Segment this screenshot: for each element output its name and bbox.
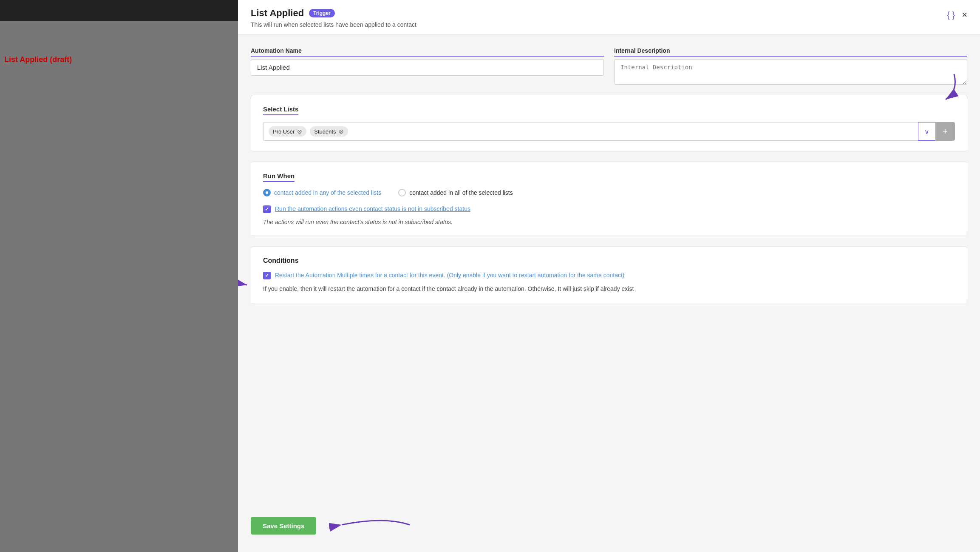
conditions-card: Conditions Restart the Automation Multip… bbox=[251, 246, 967, 304]
radio-all-lists[interactable]: contact added in all of the selected lis… bbox=[398, 189, 513, 196]
select-lists-label: Select Lists bbox=[263, 105, 298, 115]
lists-add-button[interactable]: + bbox=[935, 122, 955, 141]
save-settings-button[interactable]: Save Settings bbox=[251, 517, 316, 535]
automation-name-input[interactable] bbox=[251, 59, 604, 76]
conditions-desc: If you enable, then it will restart the … bbox=[263, 285, 955, 293]
radio-any-lists[interactable]: contact added in any of the selected lis… bbox=[263, 189, 381, 196]
radio-any-label: contact added in any of the selected lis… bbox=[274, 189, 381, 196]
list-tag-prouser-remove[interactable]: ⊗ bbox=[297, 128, 302, 135]
list-tag-prouser: Pro User ⊗ bbox=[269, 126, 306, 137]
select-lists-row: Pro User ⊗ Students ⊗ ∨ + bbox=[263, 122, 955, 141]
arrow-save-annotation bbox=[329, 512, 414, 539]
lists-dropdown-button[interactable]: ∨ bbox=[918, 122, 935, 141]
modal-header-right: { } × bbox=[947, 8, 967, 20]
trigger-badge: Trigger bbox=[309, 9, 335, 17]
run-when-label: Run When bbox=[263, 172, 295, 182]
radio-all-label: contact added in all of the selected lis… bbox=[409, 189, 513, 196]
arrow-svg-conditions bbox=[238, 264, 260, 289]
arrow-annotation-dropdown bbox=[912, 70, 963, 105]
modal-panel: List Applied Trigger This will run when … bbox=[238, 0, 980, 552]
draft-title-text: List Applied bbox=[4, 55, 48, 64]
code-icon[interactable]: { } bbox=[947, 10, 955, 20]
list-tag-students-label: Students bbox=[314, 128, 336, 135]
automation-name-label: Automation Name bbox=[251, 47, 604, 57]
automation-name-group: Automation Name bbox=[251, 47, 604, 76]
draft-label: List Applied (draft) bbox=[4, 55, 72, 64]
run-when-radio-group: contact added in any of the selected lis… bbox=[263, 189, 955, 196]
close-button[interactable]: × bbox=[962, 9, 967, 20]
select-lists-card: Select Lists Pro User ⊗ Students ⊗ ∨ + bbox=[251, 95, 967, 151]
draft-status-text: (draft) bbox=[50, 55, 72, 64]
internal-desc-label: Internal Description bbox=[614, 47, 967, 57]
modal-body: Automation Name Internal Description bbox=[238, 34, 980, 504]
name-desc-row: Automation Name Internal Description bbox=[251, 47, 967, 85]
radio-all-circle[interactable] bbox=[398, 189, 406, 196]
conditions-checkbox-label: Restart the Automation Multiple times fo… bbox=[275, 271, 625, 280]
run-when-card: Run When contact added in any of the sel… bbox=[251, 162, 967, 236]
conditions-checkbox[interactable] bbox=[263, 272, 271, 279]
arrow-conditions-annotation bbox=[238, 264, 260, 291]
run-checkbox-label: Run the automation actions even contact … bbox=[275, 205, 470, 213]
run-checkbox-row: Run the automation actions even contact … bbox=[263, 205, 955, 213]
lists-input-area[interactable]: Pro User ⊗ Students ⊗ bbox=[263, 122, 918, 141]
modal-title-row: List Applied Trigger bbox=[251, 8, 416, 19]
list-tag-prouser-label: Pro User bbox=[273, 128, 295, 135]
modal-header: List Applied Trigger This will run when … bbox=[238, 0, 980, 34]
run-checkbox[interactable] bbox=[263, 205, 271, 213]
conditions-title: Conditions bbox=[263, 257, 955, 265]
save-area: Save Settings bbox=[238, 504, 980, 552]
arrow-svg-dropdown bbox=[912, 70, 963, 104]
run-italic-note: The actions will run even the contact's … bbox=[263, 219, 955, 225]
list-tag-students: Students ⊗ bbox=[310, 126, 348, 137]
modal-subtitle: This will run when selected lists have b… bbox=[251, 21, 416, 28]
modal-header-left: List Applied Trigger This will run when … bbox=[251, 8, 416, 28]
modal-title: List Applied bbox=[251, 8, 304, 19]
radio-any-circle[interactable] bbox=[263, 189, 271, 196]
background-overlay bbox=[0, 0, 238, 552]
list-tag-students-remove[interactable]: ⊗ bbox=[339, 128, 344, 135]
conditions-checkbox-row: Restart the Automation Multiple times fo… bbox=[263, 271, 955, 280]
arrow-svg-save bbox=[329, 512, 414, 538]
